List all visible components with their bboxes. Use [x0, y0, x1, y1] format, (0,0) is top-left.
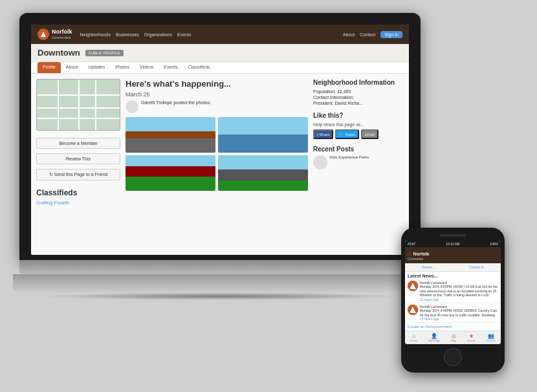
classifieds-title: Classifieds — [36, 188, 120, 197]
site-content: Become a Member Review This ↻ Send this … — [31, 74, 409, 255]
news-time-1: 22 hours ago — [420, 298, 498, 301]
profile-icon: 👤 — [429, 333, 441, 339]
friends-icon: 👥 — [487, 333, 495, 339]
photo-temple — [126, 155, 215, 191]
happening-date: March 25 — [126, 91, 308, 98]
events-icon: ★ — [468, 333, 476, 339]
phone-create-link[interactable]: Create an Announcement — [405, 323, 501, 331]
news-body-2: Monday 3/24, 6:46PM: AVOID 1600BLK Count… — [420, 309, 498, 317]
photo-ship — [218, 117, 308, 153]
phone-home-button[interactable] — [444, 348, 462, 366]
right-column: Neighborhood Information Population: 12,… — [313, 79, 404, 250]
photo-cityscape — [218, 155, 308, 191]
phone-speaker — [440, 234, 466, 237]
svg-marker-0 — [41, 32, 46, 37]
phone-nav-events[interactable]: ★ Events — [468, 333, 476, 342]
twitter-share-button[interactable]: 🐦 Tweet — [335, 129, 359, 139]
phone-nav-map[interactable]: ◎ Map — [452, 333, 457, 342]
post-text: Kids Experience Parks — [330, 155, 369, 169]
news-text-2: Norfolk Connected Monday 3/24, 6:46PM: A… — [420, 305, 498, 321]
phone-status-bar: AT&T 10:10 AM 100% — [405, 241, 501, 247]
news-body-1: Monday 3/24, 6:55PM: AVOID I-10 EB Exit … — [420, 285, 498, 298]
phone-bottom-nav: ⌂ Home 👤 My Profile ◎ Map ★ Events — [405, 331, 501, 344]
tab-updates[interactable]: Updates — [83, 62, 110, 73]
happening-title: Here's what's happening... — [126, 79, 308, 89]
tab-videos[interactable]: Videos — [135, 62, 159, 73]
classified-golfing-link[interactable]: Golfing Fourth — [36, 200, 120, 206]
laptop: Norfolk Connected Neighborhoods Business… — [19, 13, 421, 300]
logo-text-block: Norfolk Connected — [52, 29, 72, 39]
nav-right: About Contact Sign In — [343, 31, 402, 38]
map-icon: ◎ — [452, 333, 457, 339]
phone-logo-sub: Connected — [408, 257, 429, 261]
phone-nav-profile[interactable]: 👤 My Profile — [429, 333, 441, 342]
share-icon: ↻ — [49, 172, 54, 177]
neighborhood-info-title: Neighborhood Information — [313, 79, 404, 87]
map-label: Map — [452, 339, 457, 342]
nav-neighborhoods[interactable]: Neighborhoods — [80, 32, 111, 37]
photo-grid — [126, 117, 308, 191]
review-this-button[interactable]: Review This — [36, 153, 120, 164]
phone-nav-home[interactable]: ⌂ Home — [411, 333, 418, 342]
tab-about[interactable]: About — [61, 62, 83, 73]
news-icon-1 — [408, 281, 418, 291]
happening-text: Gareth Trollope posted the photos: — [141, 100, 211, 105]
contact-line: Contact Information: — [313, 95, 404, 100]
phone-logo-icon: ⌂ — [408, 250, 413, 257]
happening-desc: Gareth Trollope posted the photos: — [126, 100, 308, 113]
site-logo: Norfolk Connected — [38, 28, 72, 40]
site-subheader: Downtown PUBLIC PROFILE — [31, 44, 409, 62]
email-share-button[interactable]: Email — [361, 129, 378, 139]
population-label: Population: — [313, 89, 336, 94]
phone-logo: ⌂ Norfolk — [408, 250, 429, 257]
nav-businesses[interactable]: Businesses — [116, 32, 139, 37]
become-member-button[interactable]: Become a Member — [36, 138, 120, 149]
profile-label: My Profile — [429, 339, 441, 342]
phone-news-item-2: Norfolk Connected Monday 3/24, 6:46PM: A… — [405, 303, 501, 323]
site-tabs: Profile About Updates Photos Videos Even… — [31, 62, 409, 74]
tab-classifieds[interactable]: Classifieds — [183, 62, 215, 73]
nav-about[interactable]: About — [343, 32, 355, 37]
logo-text: Norfolk — [52, 29, 72, 36]
social-buttons: f Share 🐦 Tweet Email — [313, 129, 404, 139]
phone-body: AT&T 10:10 AM 100% ⌂ Norfolk Connected — [401, 228, 505, 373]
post-avatar — [313, 155, 327, 169]
center-column: Here's what's happening... March 25 Gare… — [126, 79, 308, 250]
nav-links: Neighborhoods Businesses Organizations E… — [80, 32, 343, 37]
send-page-button[interactable]: ↻ Send this Page to a Friend — [36, 169, 120, 180]
tab-photos[interactable]: Photos — [110, 62, 135, 73]
page-title: Downtown — [38, 48, 80, 58]
poster-avatar — [126, 100, 138, 113]
phone-nav-friends[interactable]: 👥 Friends — [487, 333, 495, 342]
phone-checkin-action[interactable]: Check In — [468, 265, 484, 269]
phone-news-title: Latest News... — [405, 272, 501, 279]
phone-carrier: AT&T — [408, 242, 415, 246]
nav-events[interactable]: Events — [177, 32, 191, 37]
nav-contact[interactable]: Contact — [360, 32, 375, 37]
twitter-icon: 🐦 — [339, 133, 345, 136]
laptop-screen-border: Norfolk Connected Neighborhoods Business… — [19, 13, 421, 260]
public-badge: PUBLIC PROFILE — [85, 50, 124, 56]
population-line: Population: 12,450 — [313, 89, 404, 94]
phone-share-action[interactable]: Share... — [422, 265, 435, 269]
news-text-1: Norfolk Connected Monday 3/24, 6:55PM: A… — [420, 281, 498, 301]
news-icon-2 — [408, 305, 418, 315]
signin-button[interactable]: Sign In — [380, 31, 402, 38]
like-title: Like this? — [313, 112, 404, 120]
map-image — [36, 79, 120, 131]
laptop-base-detail — [13, 274, 427, 292]
news-time-2: 22 hours ago — [420, 317, 498, 321]
tab-profile[interactable]: Profile — [38, 62, 61, 73]
population-value: 12,450 — [337, 89, 351, 94]
logo-icon — [38, 28, 49, 40]
home-label: Home — [411, 339, 418, 342]
facebook-share-button[interactable]: f Share — [313, 129, 333, 139]
laptop-base — [19, 260, 421, 274]
phone-battery: 100% — [490, 242, 498, 246]
nav-organizations[interactable]: Organizations — [144, 32, 172, 37]
site-navbar: Norfolk Connected Neighborhoods Business… — [31, 25, 409, 44]
phone-time: 10:10 AM — [446, 242, 459, 246]
events-label: Events — [468, 339, 476, 342]
phone-news-item-1: Norfolk Connected Monday 3/24, 6:55PM: A… — [405, 279, 501, 303]
tab-events[interactable]: Events — [159, 62, 182, 73]
